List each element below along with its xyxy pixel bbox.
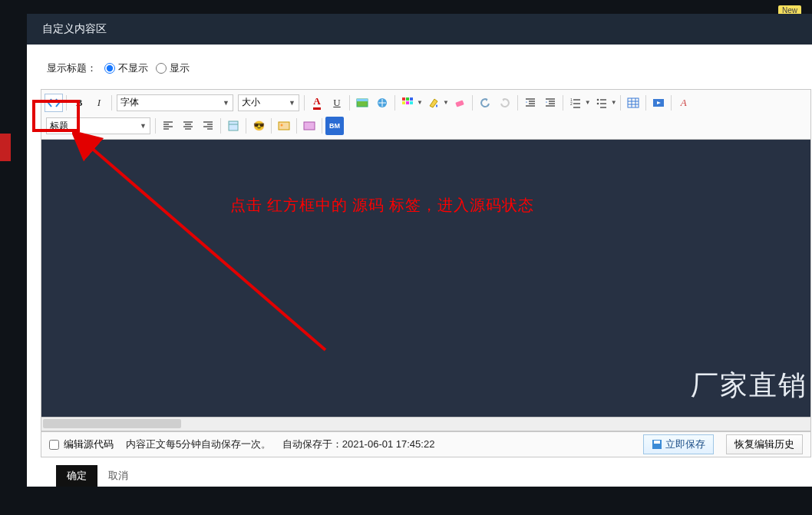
heading-select[interactable]: 标题 ▼ <box>46 117 150 134</box>
autosave-hint: 内容正文每5分钟自动保存一次。 <box>126 438 271 450</box>
svg-rect-21 <box>654 441 660 444</box>
annotation-text: 点击 红方框中的 源码 标签，进入源码状态 <box>230 195 534 216</box>
svg-rect-19 <box>304 122 315 130</box>
font-size-select[interactable]: 大小 ▼ <box>238 94 299 111</box>
svg-text:2: 2 <box>570 101 573 106</box>
ok-button[interactable]: 确定 <box>56 465 97 487</box>
source-code-button[interactable] <box>45 94 63 112</box>
modal-footer: 确定 取消 <box>41 457 812 487</box>
eraser-button[interactable] <box>451 94 469 112</box>
separator <box>322 118 322 134</box>
svg-point-12 <box>596 98 599 101</box>
separator <box>620 95 621 111</box>
chevron-down-icon: ▼ <box>585 99 591 106</box>
modal-titlebar: 自定义内容区 <box>27 14 812 45</box>
edit-source-label: 编辑源代码 <box>64 437 114 451</box>
ordered-list-button[interactable]: 12 <box>566 94 585 112</box>
align-left-button[interactable] <box>159 117 177 135</box>
custom-content-modal: 自定义内容区 显示标题： 不显示 显示 B I <box>27 14 812 487</box>
backcolor-button[interactable] <box>424 94 443 112</box>
undo-button[interactable] <box>476 94 494 112</box>
restore-history-button[interactable]: 恢复编辑历史 <box>726 434 803 454</box>
font-size-label: 大小 <box>242 96 260 109</box>
title-display-option: 显示标题： 不显示 显示 <box>41 61 812 75</box>
svg-point-13 <box>596 102 599 104</box>
separator <box>563 95 563 111</box>
svg-rect-14 <box>628 98 639 107</box>
option-label: 显示标题： <box>47 61 97 75</box>
insert-table-button[interactable] <box>624 94 642 112</box>
banner-slogan: 厂家直销 <box>691 367 807 404</box>
font-color-button[interactable]: A <box>308 94 326 112</box>
separator <box>296 118 297 134</box>
sidebar-accent <box>0 134 11 161</box>
outdent-button[interactable] <box>521 94 540 112</box>
radio-hide-title[interactable]: 不显示 <box>104 61 148 75</box>
chevron-down-icon: ▼ <box>223 99 229 107</box>
svg-point-18 <box>281 124 283 127</box>
insert-video-button[interactable] <box>649 94 668 112</box>
scrollbar-thumb[interactable] <box>43 419 181 428</box>
unordered-list-button[interactable] <box>592 94 611 112</box>
baidu-map-button[interactable]: BM <box>325 117 344 135</box>
italic-button[interactable]: I <box>90 94 108 112</box>
edit-source-checkbox[interactable]: 编辑源代码 <box>49 437 114 451</box>
chevron-down-icon: ▼ <box>140 122 147 130</box>
chevron-down-icon: ▼ <box>443 99 449 106</box>
insert-media-button[interactable] <box>300 117 319 135</box>
separator <box>671 95 672 111</box>
cancel-button[interactable]: 取消 <box>108 469 128 483</box>
forecolor-picker-button[interactable] <box>398 94 417 112</box>
restore-history-label: 恢复编辑历史 <box>734 438 794 450</box>
editor-toolbar: B I 字体 ▼ 大小 ▼ A U <box>41 89 811 140</box>
image-button[interactable] <box>353 94 371 112</box>
save-now-button[interactable]: 立即保存 <box>643 434 714 454</box>
svg-rect-7 <box>406 101 409 104</box>
link-button[interactable] <box>373 94 391 112</box>
editor-statusbar: 编辑源代码 内容正文每5分钟自动保存一次。 自动保存于：2021-06-01 1… <box>41 431 811 457</box>
svg-rect-1 <box>357 99 368 101</box>
separator <box>645 95 646 111</box>
separator <box>220 118 221 134</box>
separator <box>349 95 350 111</box>
editor-canvas[interactable]: 点击 红方框中的 源码 标签，进入源码状态 厂家直销 <box>41 140 811 418</box>
separator <box>111 95 112 111</box>
separator <box>394 95 395 111</box>
separator <box>155 118 156 134</box>
chevron-down-icon: ▼ <box>417 99 423 106</box>
svg-rect-5 <box>410 97 413 101</box>
radio-show-label: 显示 <box>170 61 190 75</box>
svg-rect-16 <box>229 121 238 130</box>
insert-image2-button[interactable] <box>275 117 293 135</box>
svg-rect-17 <box>279 122 289 130</box>
align-right-button[interactable] <box>199 117 217 135</box>
separator <box>517 95 518 111</box>
separator <box>472 95 473 111</box>
svg-rect-3 <box>402 97 405 101</box>
chevron-down-icon: ▼ <box>611 99 617 106</box>
indent-button[interactable] <box>541 94 559 112</box>
heading-label: 标题 <box>50 120 68 133</box>
align-center-button[interactable] <box>179 117 197 135</box>
editor-horizontal-scrollbar[interactable] <box>41 418 811 431</box>
clear-format-button[interactable]: A <box>675 94 693 112</box>
emoji-button[interactable]: 😎 <box>249 117 268 135</box>
separator <box>66 95 67 111</box>
bold-button[interactable]: B <box>70 94 88 112</box>
insert-template-button[interactable] <box>224 117 243 135</box>
separator <box>271 118 272 134</box>
font-family-select[interactable]: 字体 ▼ <box>117 94 233 111</box>
svg-rect-9 <box>455 100 464 107</box>
save-now-label: 立即保存 <box>665 437 705 451</box>
separator <box>304 95 305 111</box>
chevron-down-icon: ▼ <box>289 99 295 107</box>
underline-button[interactable]: U <box>328 94 346 112</box>
radio-hide-label: 不显示 <box>118 61 148 75</box>
font-family-label: 字体 <box>120 96 139 109</box>
modal-title: 自定义内容区 <box>42 22 107 36</box>
svg-rect-6 <box>402 101 405 104</box>
redo-button[interactable] <box>496 94 514 112</box>
svg-rect-8 <box>410 101 413 104</box>
radio-show-title[interactable]: 显示 <box>156 61 190 75</box>
autosave-time: 自动保存于：2021-06-01 17:45:22 <box>282 438 435 450</box>
